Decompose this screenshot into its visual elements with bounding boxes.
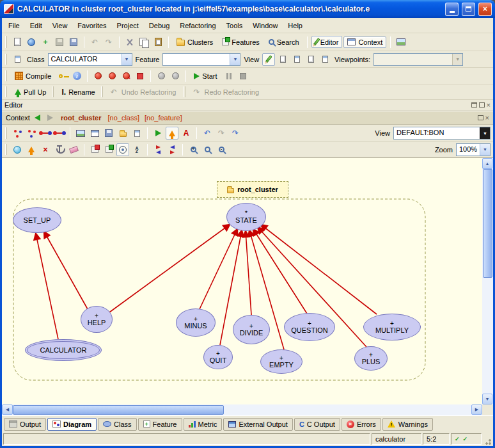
- class-node-CALCULATOR[interactable]: CALCULATOR: [25, 339, 102, 361]
- cluster-label[interactable]: root_cluster: [217, 181, 288, 198]
- toolbar-grip[interactable]: [5, 54, 7, 65]
- development-window-icon[interactable]: [395, 36, 407, 49]
- step-over-icon[interactable]: [155, 70, 168, 83]
- redo-icon[interactable]: ↷: [102, 36, 115, 49]
- open-project-icon[interactable]: [25, 36, 38, 49]
- title-bar[interactable]: CALCULATOR in cluster root_cluster locat…: [0, 0, 495, 18]
- context-no-class[interactable]: [no_class]: [107, 114, 141, 122]
- diagram-undo-icon[interactable]: ↶: [201, 127, 214, 140]
- toolbar-grip[interactable]: [5, 36, 7, 48]
- stop-icon[interactable]: [237, 70, 249, 83]
- new-view-icon[interactable]: [130, 127, 143, 140]
- flat-view-icon[interactable]: [276, 53, 289, 66]
- project-info-icon[interactable]: i: [70, 70, 83, 83]
- menu-debug[interactable]: Debug: [144, 19, 175, 32]
- diagram-view-combobox[interactable]: DEFAULT:BON ▼: [393, 127, 491, 140]
- clickable-view-icon[interactable]: [290, 53, 303, 66]
- toolbar-grip[interactable]: [5, 127, 7, 139]
- class-node-PLUS[interactable]: +PLUS: [354, 346, 388, 371]
- context-no-feature[interactable]: [no_feature]: [143, 114, 184, 122]
- scroll-left-icon[interactable]: ◀: [2, 404, 13, 415]
- contract-view-icon[interactable]: [304, 53, 317, 66]
- class-node-HELP[interactable]: +HELP: [81, 306, 113, 333]
- print-diagram-icon[interactable]: [88, 127, 101, 140]
- save-icon[interactable]: [53, 36, 66, 49]
- swap-links-icon[interactable]: [152, 143, 164, 156]
- toolbar-grip[interactable]: [5, 144, 7, 154]
- horizontal-scrollbar[interactable]: ◀ ▶: [2, 404, 482, 415]
- refresh-diagram-icon[interactable]: ↷: [229, 127, 242, 140]
- pull-up-button[interactable]: Pull Up: [11, 86, 50, 98]
- history-back-icon[interactable]: [33, 113, 43, 123]
- step-into-icon[interactable]: [169, 70, 182, 83]
- toolbar-grip[interactable]: [184, 86, 185, 97]
- viewpoints-combobox[interactable]: ▼: [373, 53, 463, 66]
- close-panel-icon[interactable]: ×: [485, 114, 489, 122]
- tab-c-output[interactable]: CC Output: [294, 418, 340, 431]
- eraser-icon[interactable]: [67, 143, 80, 156]
- close-panel-icon[interactable]: ×: [487, 101, 491, 109]
- scroll-up-icon[interactable]: ▲: [482, 158, 492, 169]
- maximize-button[interactable]: [462, 3, 475, 16]
- tab-metric[interactable]: Metric: [184, 418, 223, 431]
- features-button[interactable]: Features: [218, 36, 263, 48]
- vertical-scrollbar[interactable]: ▲ ▼: [482, 157, 493, 404]
- chevron-down-icon[interactable]: ▼: [230, 54, 240, 65]
- class-node-MULTIPLY[interactable]: +MULTIPLY: [363, 314, 421, 340]
- menu-file[interactable]: File: [3, 19, 25, 32]
- rename-button[interactable]: I.Rename: [58, 86, 98, 98]
- inheritance-tool-icon[interactable]: [11, 127, 24, 140]
- undo-icon[interactable]: ↶: [88, 36, 101, 49]
- tab-external-output[interactable]: External Output: [223, 418, 292, 431]
- menu-edit[interactable]: Edit: [25, 19, 47, 32]
- client-supplier-tool-icon[interactable]: [25, 127, 38, 140]
- new-document-icon[interactable]: [11, 36, 24, 49]
- depth-icon[interactable]: [25, 143, 38, 156]
- snapshot-icon[interactable]: [74, 127, 87, 140]
- history-forward-icon[interactable]: [45, 113, 56, 123]
- toolbar-grip[interactable]: [101, 86, 103, 97]
- tab-output[interactable]: Output: [4, 418, 46, 431]
- cut-icon[interactable]: [123, 36, 136, 49]
- toolbar-grip[interactable]: [5, 86, 7, 97]
- text-tool-icon[interactable]: A: [180, 127, 192, 140]
- menu-window[interactable]: Window: [248, 19, 283, 32]
- chevron-down-icon[interactable]: ▼: [480, 127, 490, 139]
- paste-icon[interactable]: [152, 36, 164, 49]
- run-icon[interactable]: [91, 70, 104, 83]
- edit-view-icon[interactable]: [262, 53, 275, 66]
- vertical-scroll-track[interactable]: [482, 169, 493, 394]
- reset-layout-icon[interactable]: [166, 143, 178, 156]
- search-button[interactable]: Search: [265, 36, 303, 48]
- class-node-EMPTY[interactable]: +EMPTY: [260, 349, 302, 374]
- quality-icon[interactable]: [11, 143, 24, 156]
- open-diagram-icon[interactable]: [116, 127, 129, 140]
- tab-feature[interactable]: +Feature: [138, 418, 182, 431]
- tab-class[interactable]: Class: [98, 418, 137, 431]
- class-node-QUESTION[interactable]: +QUESTION: [284, 313, 335, 341]
- pause-icon[interactable]: [223, 70, 235, 83]
- copy-icon[interactable]: [138, 36, 150, 49]
- class-node-STATE[interactable]: *STATE: [226, 203, 266, 231]
- interface-view-icon[interactable]: [318, 53, 331, 66]
- scroll-down-icon[interactable]: ▼: [482, 394, 492, 404]
- zoom-in-icon[interactable]: +: [187, 143, 200, 156]
- feature-combobox[interactable]: ▼: [162, 53, 240, 66]
- class-node-DIVIDE[interactable]: +DIVIDE: [233, 315, 270, 344]
- force-layout-toggle[interactable]: [116, 143, 129, 156]
- chevron-down-icon[interactable]: ▼: [122, 54, 132, 65]
- chevron-down-icon[interactable]: ▼: [480, 144, 490, 156]
- scroll-right-icon[interactable]: ▶: [471, 404, 482, 415]
- freeze-key-icon[interactable]: [56, 70, 69, 83]
- anchor-icon[interactable]: [53, 143, 66, 156]
- diagram-canvas[interactable]: SET_UP*STATE+HELPCALCULATOR+MINUS+QUIT+D…: [2, 157, 482, 404]
- diagram-redo-icon[interactable]: ↷: [215, 127, 228, 140]
- context-cluster[interactable]: root_cluster: [58, 114, 104, 122]
- minimize-button[interactable]: [445, 3, 459, 16]
- aggregate-link-icon[interactable]: [39, 127, 52, 140]
- menu-refactoring[interactable]: Refactoring: [175, 19, 221, 32]
- class-node-SET_UP[interactable]: SET_UP: [13, 207, 61, 233]
- context-toggle-button[interactable]: Context: [343, 36, 386, 48]
- add-item-icon[interactable]: +: [39, 36, 52, 49]
- class-combobox[interactable]: CALCULATOR ▼: [48, 53, 132, 66]
